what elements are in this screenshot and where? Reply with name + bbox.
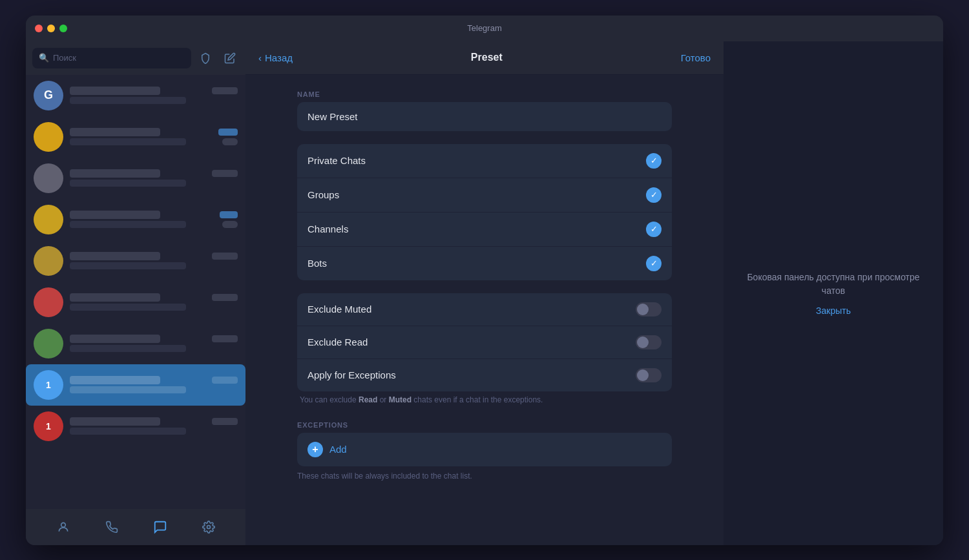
chat-message xyxy=(70,138,186,145)
svg-point-1 xyxy=(207,525,210,528)
apply-exceptions-label: Apply for Exceptions xyxy=(307,369,396,380)
chat-message xyxy=(70,428,186,435)
groups-item[interactable]: Groups ✓ xyxy=(297,178,672,213)
chat-name xyxy=(70,252,160,260)
exceptions-section-label: EXCEPTIONS xyxy=(297,421,672,429)
plus-icon: + xyxy=(307,442,323,457)
private-chats-check: ✓ xyxy=(646,153,662,169)
exceptions-section: EXCEPTIONS + Add These chats will be alw… xyxy=(297,421,672,481)
private-chats-item[interactable]: Private Chats ✓ xyxy=(297,144,672,178)
minimize-button[interactable] xyxy=(47,25,55,32)
avatar xyxy=(34,205,63,234)
avatar xyxy=(34,246,63,276)
chat-time xyxy=(212,294,238,301)
exclude-muted-label: Exclude Muted xyxy=(307,304,371,315)
list-item[interactable]: 1 xyxy=(26,364,245,406)
chat-message xyxy=(70,180,186,187)
groups-check: ✓ xyxy=(646,187,662,203)
traffic-lights xyxy=(35,25,67,32)
search-placeholder: Поиск xyxy=(53,53,76,63)
chat-message xyxy=(70,386,186,393)
bots-label: Bots xyxy=(307,258,327,269)
bots-check: ✓ xyxy=(646,256,662,271)
shield-icon[interactable] xyxy=(196,49,214,67)
list-item[interactable] xyxy=(26,240,245,282)
avatar: 1 xyxy=(34,370,63,400)
bots-item[interactable]: Bots ✓ xyxy=(297,247,672,280)
list-item[interactable] xyxy=(26,199,245,240)
avatar: 1 xyxy=(34,411,63,441)
exclude-read-toggle[interactable] xyxy=(636,335,662,349)
preset-name-input[interactable] xyxy=(297,102,672,131)
chat-message xyxy=(70,97,186,104)
chat-message xyxy=(70,304,186,311)
list-item[interactable]: 1 xyxy=(26,406,245,447)
back-chevron-icon: ‹ xyxy=(258,52,262,63)
profile-nav[interactable] xyxy=(52,515,75,539)
chat-name xyxy=(70,87,160,95)
avatar xyxy=(34,329,63,358)
avatar xyxy=(34,163,63,193)
chat-name xyxy=(70,211,160,219)
chat-content xyxy=(70,252,238,269)
list-item[interactable] xyxy=(26,158,245,199)
unread-badge xyxy=(222,138,238,145)
sidebar: 🔍 Поиск G xyxy=(26,41,245,545)
list-item[interactable]: G xyxy=(26,75,245,116)
private-chats-label: Private Chats xyxy=(307,155,366,166)
list-item[interactable] xyxy=(26,116,245,158)
add-label: Add xyxy=(329,444,347,455)
chat-time xyxy=(212,170,238,177)
chat-time xyxy=(212,335,238,342)
chat-name xyxy=(70,293,160,302)
exclude-muted-item[interactable]: Exclude Muted xyxy=(297,293,672,326)
chat-time xyxy=(212,418,238,425)
avatar xyxy=(34,122,63,152)
name-section: NAME xyxy=(297,90,672,131)
exclude-muted-toggle[interactable] xyxy=(636,302,662,316)
chat-content xyxy=(70,211,238,228)
app-title: Telegram xyxy=(467,23,501,33)
chat-content xyxy=(70,87,238,104)
search-box[interactable]: 🔍 Поиск xyxy=(32,48,191,68)
fullscreen-button[interactable] xyxy=(59,25,67,32)
chat-name xyxy=(70,128,160,136)
sidebar-bottom xyxy=(26,509,245,545)
toggle-knob xyxy=(637,337,649,348)
app-window: Telegram 🔍 Поиск xyxy=(26,16,943,545)
chat-icon[interactable] xyxy=(149,515,172,539)
chat-content xyxy=(70,128,238,145)
apply-exceptions-item[interactable]: Apply for Exceptions xyxy=(297,359,672,391)
toggle-knob xyxy=(637,304,649,315)
done-button[interactable]: Готово xyxy=(681,52,711,63)
name-section-label: NAME xyxy=(297,90,672,98)
apply-exceptions-toggle[interactable] xyxy=(636,368,662,382)
avatar: G xyxy=(34,81,63,110)
add-exception-button[interactable]: + Add xyxy=(297,433,672,466)
list-item[interactable] xyxy=(26,282,245,323)
close-button[interactable] xyxy=(35,25,43,32)
chat-content xyxy=(70,335,238,352)
page-title: Preset xyxy=(471,52,503,63)
back-label: Назад xyxy=(265,52,293,63)
chat-name xyxy=(70,335,160,343)
unread-badge xyxy=(222,221,238,228)
back-button[interactable]: ‹ Назад xyxy=(258,52,293,63)
chat-time xyxy=(212,377,238,384)
list-item[interactable] xyxy=(26,323,245,364)
settings-icon[interactable] xyxy=(197,515,220,539)
close-panel-button[interactable]: Закрыть xyxy=(816,306,851,316)
profile-icon[interactable] xyxy=(52,515,75,539)
chat-types-card: Private Chats ✓ Groups ✓ Channels ✓ Bots… xyxy=(297,144,672,280)
compose-icon[interactable] xyxy=(221,49,239,67)
chat-time xyxy=(218,129,238,136)
exclude-read-item[interactable]: Exclude Read xyxy=(297,326,672,359)
main-content: ‹ Назад Preset Готово NAME Private Chats xyxy=(245,41,724,545)
filters-card: Exclude Muted Exclude Read xyxy=(297,293,672,391)
toggle-knob xyxy=(637,369,649,381)
channels-item[interactable]: Channels ✓ xyxy=(297,213,672,247)
titlebar: Telegram xyxy=(26,16,943,41)
calls-icon[interactable] xyxy=(100,515,123,539)
chat-time xyxy=(220,211,238,218)
avatar xyxy=(34,287,63,317)
